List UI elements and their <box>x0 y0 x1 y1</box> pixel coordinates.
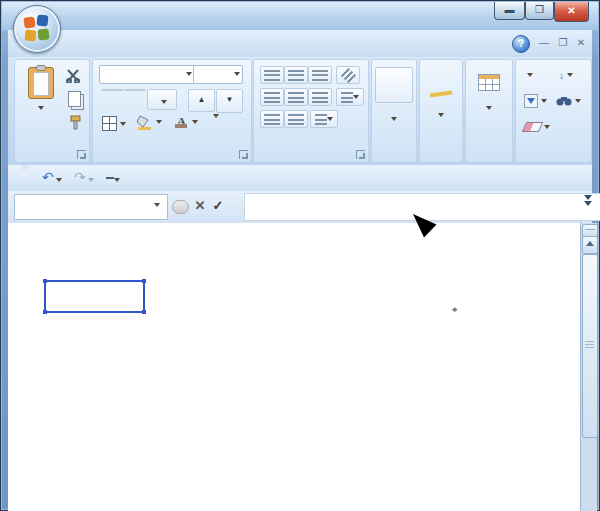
wrap-text-button[interactable] <box>310 110 338 128</box>
scrollbar-thumb[interactable] <box>582 254 598 438</box>
align-left-button[interactable] <box>260 88 284 106</box>
align-center-button[interactable] <box>284 88 308 106</box>
find-select-button[interactable] <box>556 92 581 110</box>
formula-input[interactable] <box>244 193 600 221</box>
autosum-dropdown-icon <box>527 73 533 77</box>
insert-function-button[interactable] <box>227 197 243 215</box>
workbook-close-icon[interactable]: ✕ <box>573 35 589 51</box>
sort-dropdown-icon <box>567 73 573 77</box>
clipboard-dialog-launcher[interactable] <box>77 150 86 159</box>
align-left-icon <box>264 92 280 103</box>
restore-button[interactable]: ❐ <box>525 2 554 20</box>
scroll-up-button[interactable] <box>582 236 598 254</box>
close-button[interactable]: ✕ <box>554 2 589 22</box>
eraser-icon <box>522 122 544 132</box>
cells-table-icon <box>478 74 500 91</box>
cells-group-button[interactable] <box>469 64 509 158</box>
sort-filter-button[interactable]: ↓ <box>556 66 573 84</box>
fill-color-dropdown-icon <box>156 120 162 124</box>
styles-group-button[interactable] <box>423 64 459 158</box>
qat-customize-icon <box>106 177 114 182</box>
fill-color-button[interactable] <box>135 113 163 131</box>
office-logo-orange <box>23 16 35 28</box>
orientation-button[interactable] <box>336 66 360 84</box>
decrease-indent-icon <box>264 114 280 125</box>
align-middle-button[interactable] <box>284 66 308 84</box>
font-size-dropdown-icon <box>234 72 240 76</box>
merge-center-button[interactable] <box>336 88 364 106</box>
sort-arrow-icon: ↓ <box>559 70 564 81</box>
help-icon[interactable]: ? <box>512 35 530 53</box>
reference-ball-icon <box>172 200 189 214</box>
font-color-button[interactable]: A <box>173 113 199 131</box>
number-group-button[interactable] <box>375 64 413 158</box>
cancel-entry-button[interactable]: ✕ <box>192 197 208 215</box>
increase-indent-icon <box>288 114 304 125</box>
number-dropdown-icon <box>391 117 397 121</box>
font-size-combobox[interactable] <box>193 65 243 84</box>
ribbon-tab-bar <box>8 30 592 58</box>
font-color-icon: A <box>174 114 189 130</box>
confirm-entry-button[interactable]: ✓ <box>210 197 226 215</box>
underline-button[interactable] <box>147 89 177 110</box>
quick-access-toolbar: ↶ ↷ <box>8 165 592 192</box>
font-name-combobox[interactable] <box>99 65 195 84</box>
fill-dropdown-icon <box>541 99 547 103</box>
align-top-button[interactable] <box>260 66 284 84</box>
styles-dropdown-icon <box>438 113 444 117</box>
qat-customize-button[interactable] <box>106 168 120 187</box>
align-bottom-button[interactable] <box>308 66 332 84</box>
bold-button[interactable] <box>101 89 123 91</box>
format-painter-button[interactable] <box>67 114 85 136</box>
group-styles <box>419 59 463 163</box>
paste-button[interactable] <box>21 65 61 141</box>
borders-button[interactable] <box>101 115 127 132</box>
alignment-dialog-launcher[interactable] <box>356 150 365 159</box>
shrink-font-button[interactable]: ▼ <box>216 89 243 113</box>
align-right-button[interactable] <box>308 88 332 106</box>
vertical-scrollbar[interactable] <box>580 223 597 511</box>
office-logo-blue <box>36 14 48 26</box>
orientation-icon <box>340 67 356 83</box>
office-logo-yellow <box>25 30 37 42</box>
minimize-button[interactable]: ▬ <box>494 2 525 20</box>
chevron-down-icon <box>584 195 592 200</box>
office-logo-green <box>37 28 49 40</box>
workbook-minimize-icon[interactable]: — <box>536 35 552 51</box>
name-box[interactable] <box>14 194 168 220</box>
autosum-button[interactable] <box>524 66 533 84</box>
increase-indent-button[interactable] <box>284 110 308 128</box>
qat-customize-dropdown-icon <box>114 178 120 182</box>
clear-dropdown-icon <box>544 125 550 129</box>
paste-dropdown-icon <box>38 106 44 110</box>
workbook-restore-icon[interactable]: ❐ <box>555 35 571 51</box>
formula-bar-expand-button[interactable] <box>580 193 596 220</box>
undo-button[interactable]: ↶ <box>42 168 62 187</box>
cells-dropdown-icon <box>486 106 492 110</box>
clear-button[interactable] <box>524 118 550 136</box>
borders-dropdown-icon <box>120 122 126 126</box>
fill-button[interactable] <box>524 92 547 110</box>
decrease-indent-button[interactable] <box>260 110 284 128</box>
underline-dropdown-icon <box>161 100 167 104</box>
font-dialog-launcher[interactable] <box>239 150 248 159</box>
excel-window: ▬ ❐ ✕ ? — ❐ ✕ <box>0 0 600 511</box>
align-middle-icon <box>288 70 304 81</box>
cut-button[interactable] <box>65 68 83 88</box>
redo-button[interactable]: ↷ <box>74 168 94 187</box>
italic-button[interactable] <box>124 89 146 91</box>
find-dropdown-icon <box>575 99 581 103</box>
redo-dropdown-icon <box>88 178 94 182</box>
phonetic-guide-button[interactable] <box>209 113 220 119</box>
wrap-text-icon <box>315 114 327 125</box>
name-box-dropdown-icon[interactable] <box>154 203 160 207</box>
merge-center-icon <box>341 92 353 103</box>
scissors-icon <box>66 69 82 83</box>
office-button[interactable] <box>13 5 61 53</box>
copy-button[interactable] <box>67 90 82 108</box>
grow-font-arrow: ▲ <box>198 95 206 104</box>
group-cells <box>465 59 513 163</box>
format-painter-icon <box>68 115 84 131</box>
phonetic-dropdown-icon <box>213 114 219 118</box>
grow-font-button[interactable]: ▲ <box>188 89 215 112</box>
